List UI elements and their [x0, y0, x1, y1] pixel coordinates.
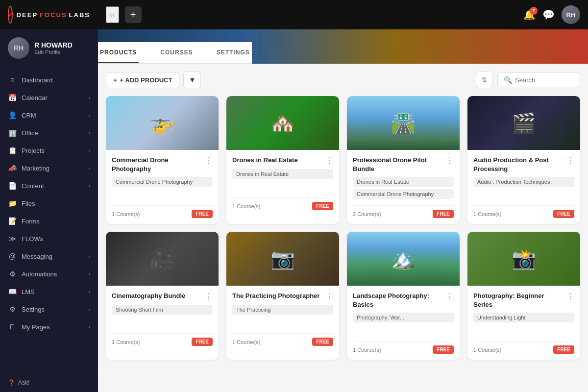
ask-button[interactable]: ❓ Ask!: [8, 379, 90, 386]
product-image: [106, 96, 219, 150]
mypages-nav-icon: 🗒: [8, 323, 17, 331]
sidebar-item-files[interactable]: 📁 Files: [0, 195, 98, 212]
tab-settings[interactable]: SETTINGS: [215, 43, 252, 63]
price-badge: FREE: [553, 210, 574, 218]
product-card-cinematography-bundle: Cinematography Bundle ⋮ Shooting Short F…: [106, 232, 219, 360]
sidebar-item-office[interactable]: 🏢 Office ›: [0, 124, 98, 142]
product-image: [226, 96, 339, 150]
product-image: [226, 232, 339, 286]
sidebar-item-forms[interactable]: 📝 Forms: [0, 212, 98, 230]
product-menu-button[interactable]: ⋮: [205, 156, 213, 165]
user-avatar[interactable]: RH: [562, 5, 580, 24]
product-tag: Commercial Drone Photography: [112, 177, 213, 187]
collapse-sidebar-button[interactable]: ‹‹: [106, 6, 119, 23]
product-menu-button[interactable]: ⋮: [325, 156, 333, 165]
dashboard-nav-icon: ≡: [8, 76, 17, 84]
notification-badge: 7: [530, 7, 538, 15]
search-box: 🔍: [497, 73, 580, 87]
sidebar-item-projects[interactable]: 📋 Projects ›: [0, 142, 98, 159]
sidebar-item-crm[interactable]: 👤 CRM ›: [0, 106, 98, 124]
messaging-nav-label: Messaging: [22, 253, 52, 260]
product-card-landscape-photography: Landscape Photography: Basics ⋮ Photogra…: [347, 232, 460, 360]
profile-name: R HOWARD: [34, 41, 73, 49]
plus-icon: +: [113, 76, 117, 84]
product-title: Drones in Real Estate: [232, 156, 322, 165]
product-menu-button[interactable]: ⋮: [446, 292, 454, 301]
sidebar-item-messaging[interactable]: @ Messaging ›: [0, 247, 98, 265]
automations-nav-label: Automations: [22, 270, 57, 278]
tab-products[interactable]: PRODUCTS: [98, 43, 139, 63]
sidebar-item-automations[interactable]: ⚙ Automations ›: [0, 265, 98, 283]
sidebar-logo: DEEP FOCUS LABS: [0, 0, 98, 29]
product-menu-button[interactable]: ⋮: [446, 156, 454, 165]
product-image: [347, 232, 460, 286]
product-tags: Drones in Real EstateCommercial Drone Ph…: [353, 177, 454, 201]
course-count: 1 Course(s): [473, 347, 501, 353]
chevron-right-icon: ›: [89, 130, 90, 136]
product-card-audio-production: Audio Production & Post Processing ⋮ Aud…: [467, 96, 580, 224]
filter-dropdown-button[interactable]: ▼: [183, 72, 201, 88]
toolbar: + + ADD PRODUCT ▼ ⇅ 🔍: [106, 72, 580, 88]
messages-button[interactable]: 💬: [542, 9, 555, 21]
lms-nav-icon: 📖: [8, 288, 17, 295]
price-badge: FREE: [433, 345, 454, 354]
mypages-nav-label: My Pages: [22, 323, 50, 331]
files-nav-icon: 📁: [8, 199, 17, 207]
main-content: ‹‹ + 🔔 7 💬 RH PRODUCTSCOURSESSETTINGS + …: [98, 0, 588, 392]
product-menu-button[interactable]: ⋮: [325, 292, 333, 301]
product-card-drones-realestate: Drones in Real Estate ⋮ Drones in Real E…: [226, 96, 339, 224]
product-title: Landscape Photography: Basics: [353, 292, 443, 309]
sidebar-item-lms[interactable]: 📖 LMS ›: [0, 283, 98, 300]
product-tag: Shooting Short Film: [112, 305, 213, 315]
product-menu-button[interactable]: ⋮: [566, 292, 574, 301]
chevron-right-icon: ›: [89, 289, 90, 294]
sidebar-item-calendar[interactable]: 📅 Calendar ›: [0, 89, 98, 106]
tab-courses[interactable]: COURSES: [158, 43, 195, 63]
course-count: 1 Course(s): [232, 203, 260, 209]
product-image: [106, 232, 219, 286]
product-card-commercial-drone: Commercial Drone Photography ⋮ Commercia…: [106, 96, 219, 224]
product-tags: Photography: Wor...: [353, 313, 454, 337]
files-nav-label: Files: [22, 200, 35, 207]
logo-text: DEEP FOCUS LABS: [17, 11, 90, 19]
marketing-nav-icon: 📣: [8, 164, 17, 172]
settings-nav-label: Settings: [22, 306, 45, 313]
chevron-right-icon: ›: [89, 183, 90, 189]
sidebar-item-mypages[interactable]: 🗒 My Pages ›: [0, 318, 98, 336]
product-title: Professional Drone Pilot Bundle: [353, 156, 443, 173]
dashboard-nav-label: Dashboard: [22, 76, 53, 84]
product-image: [347, 96, 460, 150]
product-tags: Audio : Production Techniques: [473, 177, 574, 201]
sidebar-item-dashboard[interactable]: ≡ Dashboard: [0, 71, 98, 89]
sidebar-item-content[interactable]: 📄 Content ›: [0, 177, 98, 195]
product-card-professional-drone-pilot: Professional Drone Pilot Bundle ⋮ Drones…: [347, 96, 460, 224]
topbar: ‹‹ + 🔔 7 💬 RH: [98, 0, 588, 29]
tab-bar: PRODUCTSCOURSESSETTINGS: [98, 42, 252, 64]
notifications-button[interactable]: 🔔 7: [523, 9, 536, 21]
course-count: 1 Course(s): [112, 339, 140, 345]
search-input[interactable]: [515, 76, 574, 84]
sidebar-item-settings[interactable]: ⚙ Settings ›: [0, 300, 98, 318]
sidebar-item-marketing[interactable]: 📣 Marketing ›: [0, 159, 98, 177]
edit-profile-link[interactable]: Edit Profile: [34, 49, 73, 55]
sidebar-footer: ❓ Ask!: [0, 373, 98, 392]
chevron-right-icon: ›: [89, 324, 90, 330]
product-card-photography-beginner: Photography: Beginner Series ⋮ Understan…: [467, 232, 580, 360]
price-badge: FREE: [192, 210, 213, 218]
product-menu-button[interactable]: ⋮: [205, 292, 213, 301]
product-image: [467, 96, 580, 150]
add-product-button[interactable]: + + ADD PRODUCT: [106, 72, 179, 88]
price-badge: FREE: [433, 210, 454, 218]
sort-button[interactable]: ⇅: [476, 72, 492, 88]
price-badge: FREE: [192, 338, 213, 346]
sidebar-item-flows[interactable]: ≫ FLOWs: [0, 230, 98, 247]
product-tag: Audio : Production Techniques: [473, 177, 574, 187]
sidebar-profile: RH R HOWARD Edit Profile: [0, 29, 98, 67]
product-menu-button[interactable]: ⋮: [566, 156, 574, 165]
add-button[interactable]: +: [125, 6, 142, 23]
product-tag: Photography: Wor...: [353, 313, 454, 322]
settings-nav-icon: ⚙: [8, 305, 17, 313]
search-icon: 🔍: [504, 76, 512, 84]
product-tags: The Practicing: [232, 305, 333, 329]
content-area: + + ADD PRODUCT ▼ ⇅ 🔍 Commercial Drone P…: [98, 64, 588, 392]
